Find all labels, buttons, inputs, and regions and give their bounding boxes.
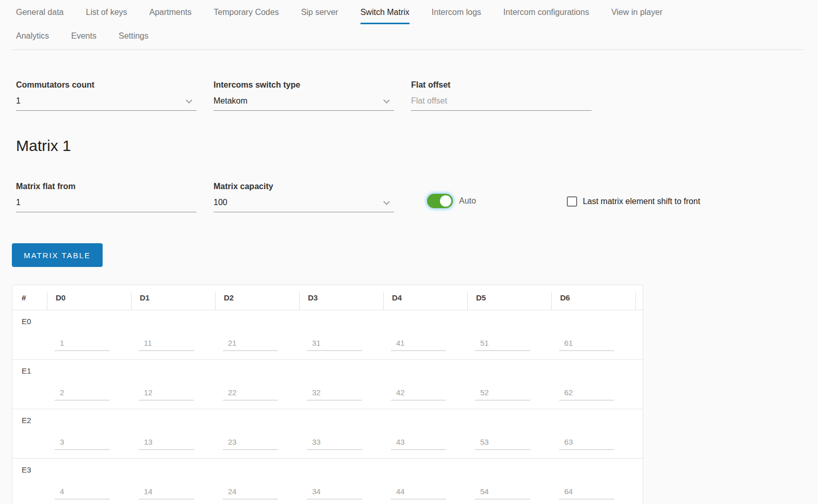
commutators-count-value: 1	[16, 96, 21, 106]
matrix-table-body: E0E1E2E3	[12, 310, 643, 504]
matrix-cell	[383, 360, 467, 409]
matrix-cell	[215, 310, 299, 359]
column-header-: #	[12, 285, 47, 310]
matrix-heading: Matrix 1	[16, 137, 818, 155]
column-header-d6: D6	[551, 285, 635, 310]
row-spacer	[635, 360, 643, 409]
intercoms-switch-type-field: Intercoms switch type Metakom	[214, 80, 394, 111]
commutators-count-label: Commutators count	[16, 80, 197, 90]
matrix-cell-input[interactable]	[223, 438, 278, 450]
chevron-down-icon	[383, 97, 390, 104]
tab-analytics[interactable]: Analytics	[16, 31, 49, 41]
matrix-cell-input[interactable]	[391, 339, 446, 351]
matrix-table-header: #D0D1D2D3D4D5D6	[12, 285, 643, 310]
column-header-d4: D4	[383, 285, 467, 310]
matrix-cell-input[interactable]	[223, 388, 278, 400]
matrix-cell-input[interactable]	[55, 438, 110, 450]
tabs-row-1: General dataList of keysApartmentsTempor…	[0, 0, 818, 24]
matrix-row-e0: E0	[12, 310, 643, 359]
matrix-cell-input[interactable]	[223, 487, 278, 499]
tab-intercom-configurations[interactable]: Intercom configurations	[503, 7, 589, 24]
toggle-knob-icon	[440, 195, 451, 207]
tab-list-of-keys[interactable]: List of keys	[86, 7, 127, 24]
matrix-cell	[551, 409, 635, 458]
auto-toggle[interactable]	[427, 194, 453, 208]
flat-offset-input[interactable]	[411, 95, 592, 111]
auto-toggle-label: Auto	[459, 196, 476, 206]
tab-bar-divider	[12, 49, 803, 50]
matrix-flat-from-field: Matrix flat from	[16, 181, 197, 212]
matrix-cell-input[interactable]	[307, 487, 362, 499]
shift-checkbox-label: Last matrix element shift to front	[583, 197, 700, 206]
matrix-cell-input[interactable]	[559, 438, 614, 450]
matrix-cell-input[interactable]	[559, 487, 614, 499]
shift-checkbox-group[interactable]: Last matrix element shift to front	[567, 181, 700, 212]
matrix-cell	[383, 409, 467, 458]
matrix-cell-input[interactable]	[391, 487, 446, 499]
matrix-flat-from-input[interactable]	[16, 197, 197, 212]
matrix-cell	[551, 459, 635, 504]
matrix-cell-input[interactable]	[559, 388, 614, 400]
matrix-row-e3: E3	[12, 458, 643, 504]
column-header-d3: D3	[299, 285, 383, 310]
matrix-cell-input[interactable]	[223, 339, 278, 351]
matrix-capacity-value: 100	[214, 198, 227, 207]
tab-general-data[interactable]: General data	[16, 7, 64, 24]
matrix-cell	[467, 360, 551, 409]
matrix-cell	[551, 310, 635, 359]
commutators-count-field: Commutators count 1	[16, 80, 197, 111]
header-spacer	[635, 285, 644, 310]
matrix-cell-input[interactable]	[307, 388, 362, 400]
matrix-cell-input[interactable]	[391, 388, 446, 400]
matrix-table-button[interactable]: MATRIX TABLE	[12, 243, 103, 267]
matrix-cell-input[interactable]	[55, 388, 110, 400]
matrix-cell-input[interactable]	[139, 388, 194, 400]
matrix-cell	[467, 310, 551, 359]
matrix-cell	[215, 409, 299, 458]
tab-events[interactable]: Events	[71, 31, 96, 41]
tab-view-in-player[interactable]: View in player	[611, 7, 662, 24]
matrix-cell	[131, 360, 215, 409]
matrix-cell	[131, 459, 215, 504]
matrix-cell	[383, 459, 467, 504]
matrix-cell-input[interactable]	[139, 438, 194, 450]
tab-sip-server[interactable]: Sip server	[301, 7, 338, 24]
matrix-capacity-select[interactable]: 100	[214, 197, 394, 212]
shift-checkbox[interactable]	[567, 196, 577, 207]
matrix-cell-input[interactable]	[55, 339, 110, 351]
tab-settings[interactable]: Settings	[119, 31, 149, 41]
matrix-cell-input[interactable]	[307, 438, 362, 450]
matrix-cell-input[interactable]	[139, 339, 194, 351]
tab-apartments[interactable]: Apartments	[150, 7, 192, 24]
matrix-cell-input[interactable]	[139, 487, 194, 499]
matrix-cell	[47, 409, 131, 458]
switch-matrix-page: Commutators count 1 Intercoms switch typ…	[0, 80, 818, 504]
matrix-flat-from-label: Matrix flat from	[16, 181, 197, 191]
matrix-cell-input[interactable]	[475, 438, 530, 450]
matrix-cell-input[interactable]	[475, 339, 530, 351]
matrix-capacity-label: Matrix capacity	[214, 181, 394, 191]
matrix-cell	[215, 360, 299, 409]
matrix-cell-input[interactable]	[475, 487, 530, 499]
tab-switch-matrix[interactable]: Switch Matrix	[361, 7, 410, 24]
tab-intercom-logs[interactable]: Intercom logs	[432, 7, 481, 24]
intercoms-switch-type-select[interactable]: Metakom	[214, 95, 394, 111]
tab-temporary-codes[interactable]: Temporary Codes	[214, 7, 279, 24]
intercoms-switch-type-label: Intercoms switch type	[214, 80, 394, 90]
matrix-cell	[299, 310, 383, 359]
column-header-d5: D5	[467, 285, 551, 310]
matrix-cell-input[interactable]	[475, 388, 530, 400]
matrix-cell-input[interactable]	[391, 438, 446, 450]
commutators-count-select[interactable]: 1	[16, 95, 197, 111]
matrix-cell	[383, 310, 467, 359]
matrix-cell	[131, 409, 215, 458]
matrix-cell-input[interactable]	[55, 487, 110, 499]
matrix-row-e1: E1	[12, 359, 643, 409]
tab-bar: General dataList of keysApartmentsTempor…	[0, 0, 818, 50]
matrix-cell	[47, 459, 131, 504]
matrix-cell-input[interactable]	[307, 339, 362, 351]
row-label: E0	[12, 310, 47, 359]
matrix-cell	[299, 459, 383, 504]
auto-toggle-group: Auto	[427, 181, 476, 212]
matrix-cell-input[interactable]	[559, 339, 614, 351]
